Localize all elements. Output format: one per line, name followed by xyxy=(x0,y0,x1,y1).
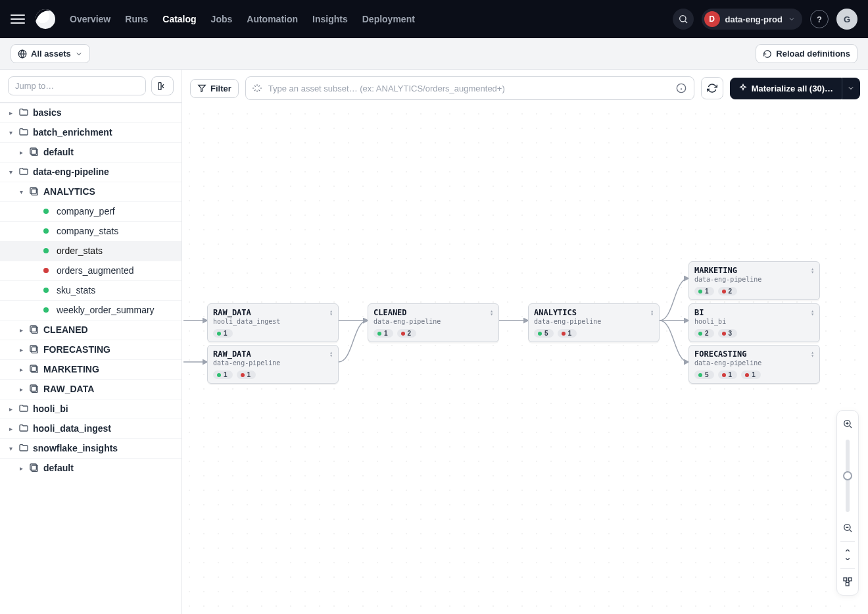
help-icon[interactable]: ? xyxy=(810,10,829,28)
svg-line-29 xyxy=(850,530,852,532)
filter-button[interactable]: Filter xyxy=(190,79,239,98)
status-pill: 3 xyxy=(718,329,738,338)
menu-icon[interactable] xyxy=(11,11,26,27)
workspace-badge: D xyxy=(704,11,720,27)
layout-button[interactable] xyxy=(837,573,858,591)
jump-to-input[interactable] xyxy=(8,76,146,95)
status-dot xyxy=(43,268,49,273)
asset-sku-stats[interactable]: sku_stats xyxy=(0,280,181,300)
expand-node-icon[interactable]: ▴▾ xyxy=(811,351,814,357)
materialize-button-group: Materialize all (30)… xyxy=(730,78,860,99)
lineage-node-bi-hooli-bi[interactable]: BI▴▾hooli_bi23 xyxy=(688,303,820,342)
group-analytics[interactable]: ▾ANALYTICS xyxy=(0,182,181,201)
info-icon[interactable] xyxy=(673,80,690,97)
asset-order-stats[interactable]: order_stats xyxy=(0,241,181,261)
asset-company-perf[interactable]: company_perf xyxy=(0,201,181,221)
group-marketing[interactable]: ▸MARKETING xyxy=(0,359,181,379)
fit-view-button[interactable] xyxy=(837,546,858,564)
nav-jobs[interactable]: Jobs xyxy=(211,14,233,24)
node-title: RAW_DATA xyxy=(213,349,251,359)
tree-item-label: batch_enrichment xyxy=(33,127,112,138)
asset-scope-selector[interactable]: All assets xyxy=(11,44,90,63)
tree-item-label: basics xyxy=(33,107,62,118)
folder-basics[interactable]: ▸basics xyxy=(0,103,181,122)
status-dot xyxy=(43,248,49,253)
group-forecasting[interactable]: ▸FORECASTING xyxy=(0,340,181,359)
refresh-icon xyxy=(707,83,717,93)
dagster-logo[interactable] xyxy=(36,9,55,29)
chevron-down-icon xyxy=(847,84,855,92)
materialize-dropdown-button[interactable] xyxy=(842,78,860,99)
status-pill: 1 xyxy=(558,329,577,338)
materialize-all-button[interactable]: Materialize all (30)… xyxy=(730,78,842,99)
zoom-out-button[interactable] xyxy=(837,519,858,537)
node-subtitle: hooli_data_ingest xyxy=(213,318,333,325)
chevron-down-icon xyxy=(788,15,796,23)
folder-icon xyxy=(18,403,29,414)
expand-node-icon[interactable]: ▴▾ xyxy=(329,351,333,357)
refresh-graph-button[interactable] xyxy=(701,77,723,99)
status-pill: 5 xyxy=(534,329,554,338)
asset-subset-input[interactable] xyxy=(267,83,667,94)
user-avatar[interactable]: G xyxy=(836,9,857,30)
nav-automation[interactable]: Automation xyxy=(247,14,298,24)
caret-right-icon: ▸ xyxy=(17,326,25,334)
nav-runs[interactable]: Runs xyxy=(125,14,148,24)
expand-node-icon[interactable]: ▴▾ xyxy=(329,309,333,316)
caret-down-icon: ▾ xyxy=(17,188,25,195)
lineage-node-raw_data-data-eng-pipeline[interactable]: RAW_DATA▴▾data-eng-pipeline11 xyxy=(207,345,339,384)
search-icon[interactable] xyxy=(673,9,694,30)
expand-node-icon[interactable]: ▴▾ xyxy=(490,309,493,316)
group-default[interactable]: ▸default xyxy=(0,142,181,162)
asset-weekly-order-summary[interactable]: weekly_order_summary xyxy=(0,300,181,320)
status-pill: 1 xyxy=(741,371,761,379)
group-raw-data[interactable]: ▸RAW_DATA xyxy=(0,379,181,399)
folder-icon xyxy=(18,166,29,177)
folder-hooli-data-ingest[interactable]: ▸hooli_data_ingest xyxy=(0,419,181,438)
caret-right-icon: ▸ xyxy=(17,366,25,373)
zoom-slider-thumb[interactable] xyxy=(843,471,852,480)
workspace-selector[interactable]: D data-eng-prod xyxy=(702,9,802,30)
lineage-node-analytics-data-eng-pipeline[interactable]: ANALYTICS▴▾data-eng-pipeline51 xyxy=(528,303,660,342)
nav-deployment[interactable]: Deployment xyxy=(362,14,415,24)
collapse-sidebar-button[interactable] xyxy=(151,76,174,95)
folder-data-eng-pipeline[interactable]: ▾data-eng-pipeline xyxy=(0,162,181,182)
asset-company-stats[interactable]: company_stats xyxy=(0,221,181,241)
node-subtitle: hooli_bi xyxy=(694,318,814,325)
reload-icon xyxy=(763,49,772,59)
zoom-slider[interactable] xyxy=(846,440,850,512)
lineage-node-forecasting-data-eng-pipeline[interactable]: FORECASTING▴▾data-eng-pipeline511 xyxy=(688,345,820,384)
nav-catalog[interactable]: Catalog xyxy=(162,14,196,24)
caret-right-icon: ▸ xyxy=(17,386,25,393)
asset-group-icon xyxy=(29,384,39,394)
status-pill: 1 xyxy=(718,371,738,379)
nav-insights[interactable]: Insights xyxy=(312,14,348,24)
lineage-canvas[interactable]: RAW_DATA▴▾hooli_data_ingest1RAW_DATA▴▾da… xyxy=(182,107,868,614)
chevron-down-icon xyxy=(75,50,83,58)
globe-icon xyxy=(18,49,27,59)
lineage-node-cleaned-data-eng-pipeline[interactable]: CLEANED▴▾data-eng-pipeline12 xyxy=(368,303,499,342)
expand-node-icon[interactable]: ▴▾ xyxy=(811,267,814,274)
lineage-node-raw_data-hooli-data-ingest[interactable]: RAW_DATA▴▾hooli_data_ingest1 xyxy=(207,303,339,342)
nav-overview[interactable]: Overview xyxy=(70,14,110,24)
tree-item-label: RAW_DATA xyxy=(43,384,94,394)
svg-line-1 xyxy=(685,21,687,23)
expand-node-icon[interactable]: ▴▾ xyxy=(811,309,814,316)
tree-item-label: company_perf xyxy=(57,206,115,217)
expand-node-icon[interactable]: ▴▾ xyxy=(650,309,654,316)
folder-snowflake-insights[interactable]: ▾snowflake_insights xyxy=(0,438,181,458)
zoom-controls xyxy=(836,410,859,596)
caret-right-icon: ▸ xyxy=(17,465,25,472)
group-default[interactable]: ▸default xyxy=(0,458,181,478)
asset-orders-augmented[interactable]: orders_augmented xyxy=(0,261,181,280)
zoom-in-button[interactable] xyxy=(837,415,858,433)
folder-hooli-bi[interactable]: ▸hooli_bi xyxy=(0,399,181,419)
folder-batch-enrichment[interactable]: ▾batch_enrichment xyxy=(0,122,181,142)
asset-subset-field[interactable] xyxy=(245,76,694,100)
reload-definitions-button[interactable]: Reload definitions xyxy=(756,44,857,63)
folder-icon xyxy=(18,423,29,434)
group-cleaned[interactable]: ▸CLEANED xyxy=(0,320,181,340)
lineage-node-marketing-data-eng-pipeline[interactable]: MARKETING▴▾data-eng-pipeline12 xyxy=(688,261,820,300)
tree-item-label: company_stats xyxy=(57,226,118,236)
materialize-label: Materialize all (30)… xyxy=(752,84,833,93)
